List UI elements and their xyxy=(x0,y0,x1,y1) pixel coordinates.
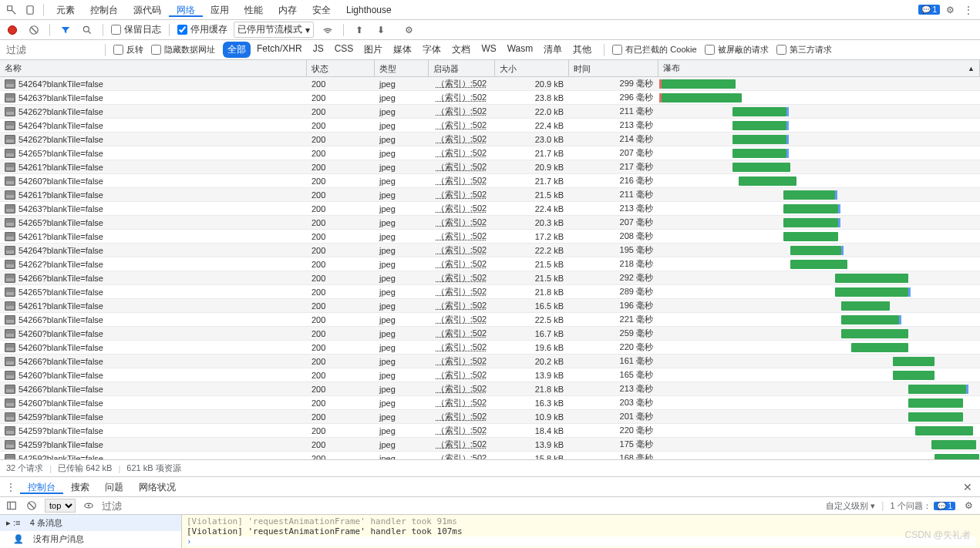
request-row[interactable]: 54262?blankTile=false200jpeg（索引）:50221.5… xyxy=(0,257,980,271)
type-chip-文档[interactable]: 文档 xyxy=(447,42,475,58)
request-initiator[interactable]: （索引）:502 xyxy=(436,245,487,254)
request-initiator[interactable]: （索引）:502 xyxy=(436,314,487,324)
type-chip-字体[interactable]: 字体 xyxy=(418,42,446,58)
request-initiator[interactable]: （索引）:502 xyxy=(436,328,487,338)
request-row[interactable]: 54259?blankTile=false200jpeg（索引）:50210.9… xyxy=(0,410,980,424)
drawer-tab-搜索[interactable]: 搜索 xyxy=(63,482,97,493)
upload-icon[interactable]: ⬆ xyxy=(352,22,367,38)
disable-cache-checkbox[interactable]: 停用缓存 xyxy=(177,23,227,36)
col-size[interactable]: 大小 xyxy=(495,60,569,76)
record-icon[interactable] xyxy=(5,22,20,38)
request-row[interactable]: 54266?blankTile=false200jpeg（索引）:50220.2… xyxy=(0,355,980,368)
request-initiator[interactable]: （索引）:502 xyxy=(436,356,487,365)
invert-checkbox[interactable]: 反转 xyxy=(113,44,143,55)
device-icon[interactable] xyxy=(22,2,39,18)
type-chip-Fetch/XHR[interactable]: Fetch/XHR xyxy=(252,42,307,58)
request-row[interactable]: 54259?blankTile=false200jpeg（索引）:50218.4… xyxy=(0,424,980,438)
request-row[interactable]: 54264?blankTile=false200jpeg（索引）:50222.2… xyxy=(0,244,980,257)
request-row[interactable]: 54260?blankTile=false200jpeg（索引）:50219.6… xyxy=(0,341,980,355)
clear-icon[interactable] xyxy=(26,22,42,38)
request-initiator[interactable]: （索引）:502 xyxy=(436,148,487,157)
drawer-tab-控制台[interactable]: 控制台 xyxy=(20,482,63,494)
request-row[interactable]: 54262?blankTile=false200jpeg（索引）:50222.0… xyxy=(0,105,980,119)
network-settings-icon[interactable]: ⚙ xyxy=(401,22,416,38)
tab-元素[interactable]: 元素 xyxy=(49,5,83,15)
request-initiator[interactable]: （索引）:502 xyxy=(436,425,487,435)
request-initiator[interactable]: （索引）:502 xyxy=(436,453,487,459)
request-row[interactable]: 54261?blankTile=false200jpeg（索引）:50217.2… xyxy=(0,230,980,244)
preserve-log-checkbox[interactable]: 保留日志 xyxy=(111,23,161,36)
type-chip-CSS[interactable]: CSS xyxy=(330,42,359,58)
request-row[interactable]: 54261?blankTile=false200jpeg（索引）:50221.5… xyxy=(0,188,980,202)
inspect-icon[interactable] xyxy=(3,2,20,18)
request-row[interactable]: 54263?blankTile=false200jpeg（索引）:50222.4… xyxy=(0,202,980,216)
type-chip-媒体[interactable]: 媒体 xyxy=(389,42,416,58)
console-settings-icon[interactable]: ⚙ xyxy=(961,499,975,513)
request-initiator[interactable]: （索引）:502 xyxy=(436,273,487,282)
request-initiator[interactable]: （索引）:502 xyxy=(436,176,487,185)
drawer-tab-问题[interactable]: 问题 xyxy=(97,482,131,493)
col-type[interactable]: 类型 xyxy=(375,60,429,76)
request-row[interactable]: 54265?blankTile=false200jpeg（索引）:50220.3… xyxy=(0,216,980,230)
console-filter-input[interactable] xyxy=(102,500,163,512)
request-row[interactable]: 54263?blankTile=false200jpeg（索引）:50223.8… xyxy=(0,91,980,105)
type-chip-图片[interactable]: 图片 xyxy=(359,42,387,58)
hide-data-url-checkbox[interactable]: 隐藏数据网址 xyxy=(151,44,215,55)
col-waterfall[interactable]: 瀑布▲ xyxy=(658,60,980,76)
request-initiator[interactable]: （索引）:502 xyxy=(436,301,487,310)
drawer-tab-网络状况[interactable]: 网络状况 xyxy=(131,482,184,493)
request-initiator[interactable]: （索引）:502 xyxy=(436,259,487,268)
filter-input[interactable] xyxy=(5,42,97,57)
request-initiator[interactable]: （索引）:502 xyxy=(436,384,487,393)
request-initiator[interactable]: （索引）:502 xyxy=(436,92,487,102)
tab-Lighthouse[interactable]: Lighthouse xyxy=(338,5,399,15)
request-row[interactable]: 54266?blankTile=false200jpeg（索引）:50221.8… xyxy=(0,382,980,396)
request-row[interactable]: 54259?blankTile=false200jpeg（索引）:50213.9… xyxy=(0,438,980,452)
tab-网络[interactable]: 网络 xyxy=(169,5,203,17)
request-row[interactable]: 54260?blankTile=false200jpeg（索引）:50216.3… xyxy=(0,396,980,410)
request-row[interactable]: 54264?blankTile=false200jpeg（索引）:50220.9… xyxy=(0,77,980,91)
console-issues-link[interactable]: 1 个问题： 💬 1 xyxy=(890,500,955,512)
sidebar-no-user[interactable]: 👤 没有用户消息 xyxy=(0,531,181,547)
log-level-select[interactable]: 自定义级别 ▾ xyxy=(826,500,875,512)
blocked-requests-checkbox[interactable]: 被屏蔽的请求 xyxy=(705,44,769,55)
request-row[interactable]: 54260?blankTile=false200jpeg（索引）:50216.7… xyxy=(0,327,980,341)
request-row[interactable]: 54265?blankTile=false200jpeg（索引）:50221.7… xyxy=(0,146,980,160)
col-name[interactable]: 名称 xyxy=(0,60,307,76)
request-row[interactable]: 54265?blankTile=false200jpeg（索引）:50221.8… xyxy=(0,285,980,299)
tab-内存[interactable]: 内存 xyxy=(271,5,305,15)
context-select[interactable]: top xyxy=(45,499,76,513)
request-initiator[interactable]: （索引）:502 xyxy=(436,231,487,240)
request-initiator[interactable]: （索引）:502 xyxy=(436,120,487,129)
request-initiator[interactable]: （索引）:502 xyxy=(436,162,487,171)
request-initiator[interactable]: （索引）:502 xyxy=(436,370,487,379)
tab-控制台[interactable]: 控制台 xyxy=(83,5,126,15)
request-row[interactable]: 54266?blankTile=false200jpeg（索引）:50222.5… xyxy=(0,313,980,327)
request-row[interactable]: 54259?blankTile=false200jpeg（索引）:50215.8… xyxy=(0,452,980,459)
grid-body[interactable]: 54264?blankTile=false200jpeg（索引）:50220.9… xyxy=(0,77,980,459)
tab-性能[interactable]: 性能 xyxy=(237,5,271,15)
request-initiator[interactable]: （索引）:502 xyxy=(436,342,487,351)
tab-源代码[interactable]: 源代码 xyxy=(126,5,169,15)
request-initiator[interactable]: （索引）:502 xyxy=(436,106,487,116)
drawer-more-icon[interactable]: ⋮ xyxy=(3,479,19,495)
issues-badge[interactable]: 💬 1 xyxy=(918,5,940,15)
request-row[interactable]: 54261?blankTile=false200jpeg（索引）:50220.9… xyxy=(0,160,980,174)
more-icon[interactable]: ⋮ xyxy=(960,2,977,18)
third-party-checkbox[interactable]: 第三方请求 xyxy=(776,44,832,55)
request-initiator[interactable]: （索引）:502 xyxy=(436,287,487,296)
request-row[interactable]: 54266?blankTile=false200jpeg（索引）:50221.5… xyxy=(0,271,980,285)
type-chip-清单[interactable]: 清单 xyxy=(539,42,567,58)
search-icon[interactable] xyxy=(79,22,95,38)
console-messages[interactable]: [Violation] 'requestAnimationFrame' hand… xyxy=(182,515,980,548)
network-conditions-icon[interactable] xyxy=(320,22,335,38)
throttle-select[interactable]: 已停用节流模式 ▾ xyxy=(234,22,314,38)
col-initiator[interactable]: 启动器 xyxy=(429,60,495,76)
live-expr-icon[interactable] xyxy=(82,499,96,513)
type-chip-全部[interactable]: 全部 xyxy=(223,42,251,58)
type-chip-JS[interactable]: JS xyxy=(308,42,328,58)
request-row[interactable]: 54262?blankTile=false200jpeg（索引）:50223.0… xyxy=(0,133,980,146)
request-initiator[interactable]: （索引）:502 xyxy=(436,190,487,199)
request-initiator[interactable]: （索引）:502 xyxy=(436,217,487,227)
sidebar-messages[interactable]: ▸ :≡ 4 条消息 xyxy=(0,515,181,531)
